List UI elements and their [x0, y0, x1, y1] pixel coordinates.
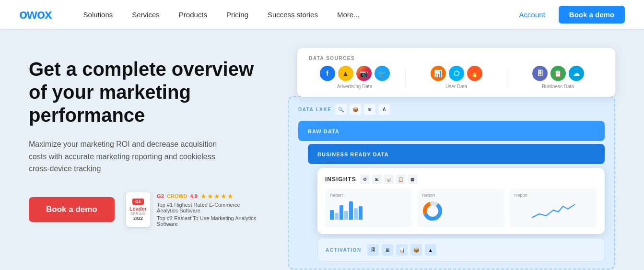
- hero-title: Get a complete overview of your marketin…: [29, 58, 259, 127]
- insights-header: INSIGHTS ⚙ ⊞ 📊 📋 ▦: [325, 175, 597, 184]
- insights-title: INSIGHTS: [325, 176, 356, 183]
- hero-left: Get a complete overview of your marketin…: [29, 48, 259, 227]
- advertising-label: Advertising Data: [337, 84, 372, 89]
- snowflake-icon: ❄: [364, 104, 375, 115]
- user-data-group: 📊 ⬡ 🔥 User Data: [410, 66, 502, 89]
- bar-7: [359, 206, 363, 220]
- nav-products[interactable]: Products: [171, 7, 215, 23]
- act-icon-1: 🗄: [367, 244, 379, 256]
- bar-4: [344, 211, 348, 220]
- bar-1: [330, 210, 334, 220]
- nav-success-stories[interactable]: Success stories: [260, 7, 326, 23]
- line-chart: [515, 200, 592, 222]
- card-raw-data: RAW DATA: [298, 121, 605, 141]
- g2-badge-tag: G2: [132, 199, 144, 205]
- bar-5: [349, 201, 353, 220]
- donut-chart: [422, 200, 443, 222]
- search-icon: 🔍: [335, 104, 347, 115]
- act-icon-5: ▲: [425, 244, 436, 256]
- business-data-label: Buisiness Data: [542, 84, 574, 89]
- g2-stars: ★★★★★: [200, 192, 234, 200]
- report-card-2: Report: [417, 189, 504, 227]
- header-right: Account Book a demo: [512, 6, 625, 23]
- user-data-label: User Data: [445, 84, 467, 89]
- main-content: Get a complete overview of your marketin…: [0, 29, 644, 270]
- hex-icon: ⬡: [449, 66, 464, 81]
- header: owox Solutions Services Products Pricing…: [0, 0, 644, 29]
- g2-rating-value: 4.9: [190, 193, 198, 199]
- report-label-3: Report: [515, 193, 592, 198]
- report-card-3: Report: [510, 189, 597, 227]
- insight-icon-4: 📋: [396, 175, 406, 184]
- report-label-2: Report: [422, 193, 500, 198]
- mini-bar-chart: [330, 200, 408, 220]
- hero-subtitle: Maximize your marketing ROI and decrease…: [29, 138, 230, 175]
- source-divider-2: [507, 68, 507, 87]
- report-card-1: Report: [325, 189, 412, 227]
- g2-crowd-logo: G2: [157, 193, 164, 199]
- g2-line2: Top #2 Easiest To Use Marketing Analytic…: [157, 215, 259, 227]
- sources-row: f ▲ 📷 🐦 Advertising Data 📊 ⬡ 🔥 User Data: [309, 66, 604, 89]
- main-nav: Solutions Services Products Pricing Succ…: [76, 7, 512, 23]
- business-data-icons: 🗄 📋 ☁: [532, 66, 584, 81]
- facebook-icon: f: [320, 66, 335, 81]
- source-divider-1: [405, 68, 406, 87]
- g2-badge-sub: Spring: [130, 211, 146, 216]
- card-data-sources: DATA SOURCES f ▲ 📷 🐦 Advertising Data 📊: [297, 48, 615, 97]
- act-icon-3: 📊: [396, 244, 408, 256]
- g2-badge-area: G2 Leader Spring 2022 G2 CROWD 4.9 ★★★★★…: [126, 192, 259, 227]
- g2-info: G2 CROWD 4.9 ★★★★★ Top #1 Highest Rated …: [157, 192, 259, 227]
- database-icon: 🗄: [532, 66, 548, 81]
- insight-icon-1: ⚙: [360, 175, 370, 184]
- nav-more[interactable]: More...: [329, 7, 367, 23]
- salesforce-icon: ☁: [569, 66, 584, 81]
- nav-services[interactable]: Services: [124, 7, 167, 23]
- sheets-icon: 📋: [550, 66, 566, 81]
- advertising-icons: f ▲ 📷 🐦: [320, 66, 390, 81]
- activation-title: ACTIVATION: [326, 247, 362, 253]
- card-activation: ACTIVATION 🗄 ⊞ 📊 📦 ▲: [317, 238, 605, 262]
- cta-row: Book a demo G2 Leader Spring 2022 G2 CRO…: [29, 192, 259, 227]
- firebase-icon: 🔥: [467, 66, 482, 81]
- bar-2: [335, 213, 339, 220]
- bar-6: [354, 208, 358, 220]
- analytics-icon: 📊: [431, 66, 446, 81]
- twitter-icon: 🐦: [375, 66, 390, 81]
- book-demo-header-button[interactable]: Book a demo: [559, 6, 625, 23]
- act-icon-4: 📦: [410, 244, 422, 256]
- data-sources-label: DATA SOURCES: [309, 56, 604, 61]
- report-label-1: Report: [330, 193, 408, 198]
- g2-badge: G2 Leader Spring 2022: [126, 192, 150, 227]
- business-data-group: 🗄 📋 ☁ Buisiness Data: [512, 66, 604, 89]
- bar-3: [340, 205, 343, 220]
- advertising-group: f ▲ 📷 🐦 Advertising Data: [309, 66, 400, 89]
- g2-badge-year: 2022: [133, 216, 143, 221]
- account-link[interactable]: Account: [512, 7, 553, 23]
- reports-row: Report Report: [325, 189, 597, 227]
- nav-solutions[interactable]: Solutions: [76, 7, 121, 23]
- card-business-ready: BUSINESS READY DATA: [308, 144, 605, 164]
- google-ads-icon: ▲: [338, 66, 353, 81]
- business-ready-label: BUSINESS READY DATA: [317, 152, 389, 157]
- g2-rating-row: G2 CROWD 4.9 ★★★★★: [157, 192, 259, 200]
- g2-crowd-label: CROWD: [167, 193, 187, 199]
- act-icon-2: ⊞: [382, 244, 393, 256]
- logo[interactable]: owox: [19, 7, 52, 22]
- instagram-icon: 📷: [356, 66, 372, 81]
- g2-badge-leader: Leader: [129, 206, 147, 211]
- aws-icon: A: [378, 104, 390, 115]
- g2-line1: Top #1 Highest Rated E-Commerce Analytic…: [157, 202, 259, 213]
- card-insights: INSIGHTS ⚙ ⊞ 📊 📋 ▦ Report: [317, 168, 605, 234]
- cube-icon: 📦: [350, 104, 361, 115]
- insight-icon-5: ▦: [408, 175, 418, 184]
- book-demo-main-button[interactable]: Book a demo: [29, 197, 115, 222]
- hero-diagram: DATA SOURCES f ▲ 📷 🐦 Advertising Data 📊: [288, 48, 615, 254]
- user-data-icons: 📊 ⬡ 🔥: [431, 66, 482, 81]
- data-lake-icons: 🔍 📦 ❄ A: [335, 104, 390, 115]
- raw-data-label: RAW DATA: [308, 129, 340, 134]
- insight-icon-3: 📊: [384, 175, 394, 184]
- insight-icon-2: ⊞: [372, 175, 382, 184]
- activation-icons: 🗄 ⊞ 📊 📦 ▲: [367, 244, 436, 256]
- card-data-lake: DATA LAKE 🔍 📦 ❄ A RAW DATA BUSINESS READ…: [288, 96, 615, 270]
- nav-pricing[interactable]: Pricing: [219, 7, 256, 23]
